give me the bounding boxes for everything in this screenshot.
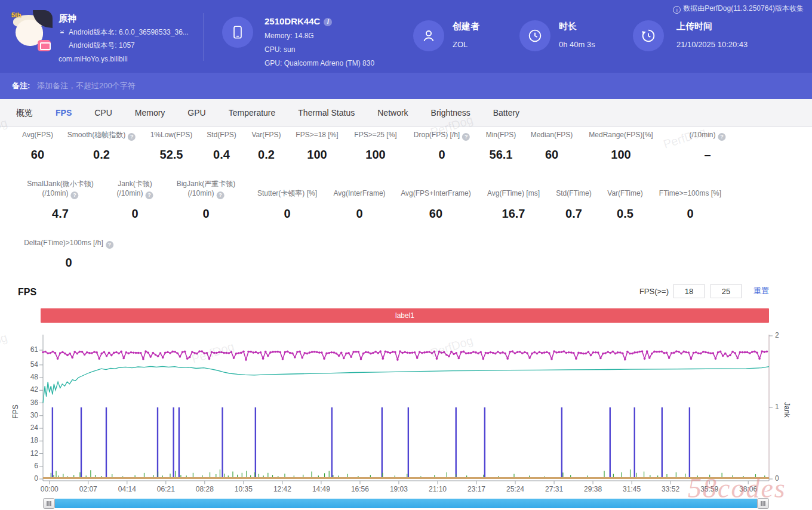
fps-marker <box>228 352 230 354</box>
tab-fps[interactable]: FPS <box>44 99 83 126</box>
fps-marker <box>573 352 575 354</box>
fps-marker <box>137 352 140 354</box>
fps-marker <box>512 350 514 353</box>
fps-marker <box>113 352 115 354</box>
fps-marker <box>264 351 267 353</box>
fps-marker <box>485 352 487 354</box>
fps-marker <box>167 351 169 354</box>
fps-marker <box>764 351 766 353</box>
fps-marker <box>325 353 328 355</box>
stat-label: Avg(FTime) [ms] <box>487 179 540 198</box>
stat-value: 60 <box>22 148 53 162</box>
fps-marker <box>382 357 385 360</box>
fps-min-input[interactable] <box>673 284 705 298</box>
fps-marker <box>423 351 426 354</box>
fps-marker <box>734 352 736 354</box>
fps-marker <box>272 351 274 353</box>
fps-marker <box>358 351 360 353</box>
fps-marker <box>128 353 130 355</box>
help-icon[interactable]: ? <box>718 133 726 141</box>
tab-battery[interactable]: Battery <box>482 99 531 126</box>
stat-10min: (/10min)?– <box>689 130 725 162</box>
fps-marker <box>370 353 372 355</box>
fps-marker <box>633 351 636 354</box>
fps-marker <box>355 351 358 353</box>
fps-marker <box>695 351 697 354</box>
fps-marker <box>585 353 588 355</box>
fps-marker <box>88 352 91 354</box>
fps-marker <box>130 351 133 354</box>
fps-max-input[interactable] <box>710 284 742 298</box>
fps-marker <box>182 351 184 354</box>
help-icon[interactable]: ? <box>462 133 470 141</box>
fps-marker <box>184 351 186 353</box>
header-divider <box>204 13 204 61</box>
stat-delta-ftime-100ms-h: Delta(FTime)>100ms [/h]?0 <box>24 238 113 270</box>
tab-memory[interactable]: Memory <box>124 99 177 126</box>
x-tick-29-38: 29:38 <box>575 485 611 493</box>
fps-marker <box>524 351 526 354</box>
fps-marker <box>597 351 599 354</box>
help-icon[interactable]: ? <box>146 191 153 199</box>
chart-scrollbar-track[interactable] <box>55 499 757 508</box>
label-band[interactable]: label1 <box>41 308 769 323</box>
fps-marker <box>411 351 414 354</box>
fps-marker <box>753 350 756 353</box>
tab-gpu[interactable]: GPU <box>176 99 217 126</box>
tab-brightness[interactable]: Brightness <box>420 99 482 126</box>
fps-marker <box>494 353 497 355</box>
fps-marker <box>700 353 702 355</box>
fps-marker <box>91 352 93 354</box>
fps-marker <box>186 357 189 360</box>
stat-label: Delta(FTime)>100ms [/h]? <box>24 238 113 248</box>
tab-network[interactable]: Network <box>366 99 419 126</box>
tab-temperature[interactable]: Temperature <box>217 99 287 126</box>
fps-marker <box>504 353 506 355</box>
help-icon[interactable]: ? <box>128 133 136 141</box>
page: i数据由PerfDog(11.3.250764)版本收集 5th 原神 Andr… <box>0 0 812 510</box>
scrollbar-right-handle[interactable] <box>757 498 769 509</box>
fps-marker <box>122 357 125 360</box>
fps-marker <box>201 350 203 353</box>
help-icon[interactable]: ? <box>106 241 113 249</box>
x-tick-08-28: 08:28 <box>187 485 223 493</box>
stat-value: 0 <box>177 207 236 221</box>
fps-marker <box>387 351 389 354</box>
fps-marker <box>709 352 712 354</box>
stat-value: 0 <box>659 207 721 221</box>
fps-marker <box>389 352 392 354</box>
device-info-icon[interactable]: i <box>324 18 332 26</box>
help-icon[interactable]: ? <box>71 191 79 199</box>
tab-概览[interactable]: 概览 <box>5 99 44 126</box>
fps-marker <box>211 351 213 353</box>
scrollbar-left-handle[interactable] <box>43 498 55 509</box>
fps-marker <box>267 355 269 357</box>
fps-marker <box>479 351 482 353</box>
x-tick-04-14: 04:14 <box>109 485 145 493</box>
fps-marker <box>276 351 279 353</box>
reset-button[interactable]: 重置 <box>753 286 769 296</box>
stat-avg-interframe: Avg(InterFrame)0 <box>333 179 385 221</box>
stat-label: Avg(InterFrame) <box>333 179 385 198</box>
help-icon[interactable]: ? <box>217 191 224 199</box>
stat-value: 0 <box>414 148 470 162</box>
tab-cpu[interactable]: CPU <box>83 99 124 126</box>
stat-label: Drop(FPS) [/h]? <box>414 130 470 140</box>
fps-marker <box>658 351 660 353</box>
fps-marker <box>216 352 218 354</box>
fps-marker <box>379 350 382 353</box>
stat-std-fps: Std(FPS)0.4 <box>207 130 236 162</box>
stat-value: 16.7 <box>487 207 540 221</box>
fps-marker <box>59 352 61 354</box>
fps-marker <box>565 352 568 354</box>
device-name: 2510DRK44C <box>264 16 320 26</box>
fps-marker <box>66 354 69 357</box>
tab-thermal-status[interactable]: Thermal Status <box>287 99 366 126</box>
fps-marker <box>304 352 306 354</box>
duration-value: 0h 40m 3s <box>559 40 595 49</box>
fps-marker <box>477 353 479 355</box>
fps-filter-label: FPS(>=) <box>639 287 669 296</box>
note-bar[interactable]: 备注: 添加备注，不超过200个字符 <box>0 73 812 99</box>
fps-marker <box>458 357 460 360</box>
fps-marker <box>385 350 387 353</box>
